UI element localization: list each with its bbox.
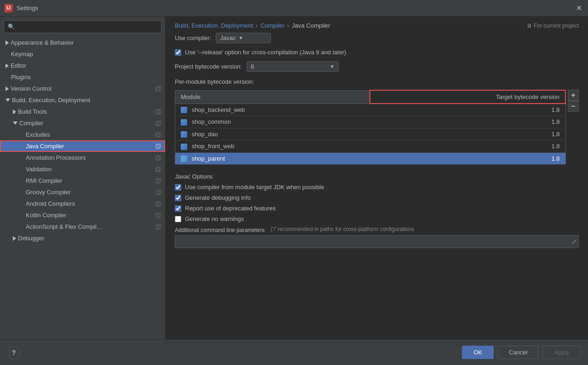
copy-icon <box>155 155 161 161</box>
option-generate-debug-row: Generate debugging info <box>175 194 579 201</box>
release-option-checkbox[interactable] <box>175 49 181 56</box>
close-button[interactable]: ✕ <box>574 4 583 13</box>
sidebar-item-compiler[interactable]: Compiler <box>0 117 165 129</box>
cmd-input-container: ⤢ <box>175 235 579 248</box>
sidebar-item-actionscript-compiler-label: ActionScript & Flex Compil… <box>26 223 103 230</box>
sidebar-item-debugger[interactable]: Debugger <box>0 232 165 244</box>
copy-icon <box>155 224 161 230</box>
for-current-project: 🖥 For current project <box>526 23 579 29</box>
help-button[interactable]: ? <box>7 346 20 359</box>
sidebar-item-groovy-compiler-label: Groovy Compiler <box>26 189 71 196</box>
triangle-right-icon <box>6 64 9 68</box>
search-box[interactable]: 🔍 <box>4 20 161 33</box>
project-bytecode-value: 8 <box>251 63 254 70</box>
additional-cmd-input[interactable]: ⤢ <box>175 235 579 248</box>
sidebar-item-annotation-processors[interactable]: Annotation Processors <box>0 152 165 163</box>
for-current-project-label: For current project <box>534 23 579 29</box>
option-no-warnings-row: Generate no warnings <box>175 215 579 222</box>
sidebar-item-version-control[interactable]: Version Control <box>0 83 165 94</box>
table-row[interactable]: shop_front_web 1.8 <box>175 140 566 153</box>
search-input[interactable] <box>17 23 157 30</box>
app-icon: IJ <box>5 4 13 12</box>
module-icon <box>181 107 187 113</box>
sidebar-item-android-compilers[interactable]: Android Compilers <box>0 198 165 209</box>
additional-cmd-label: Additional command line parameters: <box>175 226 266 233</box>
generate-debugging-checkbox[interactable] <box>175 195 181 201</box>
copy-icon <box>155 132 161 138</box>
project-bytecode-label: Project bytecode version: <box>175 63 242 70</box>
table-row[interactable]: shop_dao 1.8 <box>175 128 566 140</box>
module-version: 1.8 <box>370 140 565 153</box>
title-text: Settings <box>17 5 38 12</box>
sidebar-item-kotlin-compiler[interactable]: Kotlin Compiler <box>0 209 165 221</box>
table-row[interactable]: shop_parent 1.8 <box>175 152 566 165</box>
module-name: shop_backend_web <box>175 104 370 116</box>
option-use-module-jdk-row: Use compiler from module target JDK when… <box>175 184 579 191</box>
search-icon: 🔍 <box>8 23 15 30</box>
ok-button[interactable]: OK <box>462 346 494 359</box>
sidebar-item-validation[interactable]: Validation <box>0 163 165 175</box>
sidebar-item-keymap[interactable]: Keymap <box>0 48 165 60</box>
copy-icon <box>155 86 161 92</box>
copy-icon <box>155 120 161 127</box>
use-compiler-row: Use compiler: Javac ▼ <box>175 33 579 43</box>
dropdown-arrow-icon: ▼ <box>330 64 334 69</box>
module-name: shop_front_web <box>175 140 370 153</box>
compiler-dropdown[interactable]: Javac ▼ <box>216 33 271 43</box>
javac-options-section: Javac Options Use compiler from module t… <box>175 173 579 248</box>
col-target-bytecode: Target bytecode version <box>370 90 565 104</box>
apply-button[interactable]: Apply <box>542 346 581 359</box>
copy-icon <box>155 166 161 173</box>
generate-debugging-label: Generate debugging info <box>185 194 251 201</box>
sidebar-item-kotlin-compiler-label: Kotlin Compiler <box>26 212 66 219</box>
release-option-label: Use '--release' option for cross-compila… <box>185 49 346 56</box>
table-row[interactable]: shop_common 1.8 <box>175 116 566 128</box>
breadcrumb: Build, Execution, Deployment › Compiler … <box>166 17 588 33</box>
triangle-down-icon <box>13 122 17 125</box>
action-buttons: OK Cancel Apply <box>462 346 581 359</box>
sidebar-item-plugins[interactable]: Plugins <box>0 71 165 83</box>
use-module-jdk-label: Use compiler from module target JDK when… <box>185 184 324 191</box>
col-module: Module <box>175 90 370 104</box>
table-row[interactable]: shop_backend_web 1.8 <box>175 104 566 116</box>
copy-icon <box>155 189 161 196</box>
expand-icon: ⤢ <box>571 238 576 245</box>
sidebar-item-build-tools-label: Build Tools <box>18 108 47 115</box>
content-body: Use compiler: Javac ▼ Use '--release' op… <box>166 33 588 339</box>
use-module-jdk-checkbox[interactable] <box>175 184 181 191</box>
table-side-buttons: + − <box>568 90 579 171</box>
module-version: 1.8 <box>370 104 565 116</box>
sidebar-item-java-compiler[interactable]: Java Compiler <box>0 140 165 152</box>
sidebar-items: Appearance & Behavior Keymap Editor Plug… <box>0 37 165 244</box>
breadcrumb-build-exec[interactable]: Build, Execution, Deployment <box>175 22 253 29</box>
sidebar-item-excludes[interactable]: Excludes <box>0 129 165 140</box>
sidebar-item-build-execution[interactable]: Build, Execution, Deployment <box>0 94 165 106</box>
copy-icon <box>155 143 161 150</box>
sidebar-item-build-tools[interactable]: Build Tools <box>0 106 165 117</box>
triangle-right-icon <box>6 41 9 45</box>
sidebar-item-actionscript-compiler[interactable]: ActionScript & Flex Compil… <box>0 221 165 232</box>
report-deprecated-checkbox[interactable] <box>175 205 181 212</box>
breadcrumb-compiler[interactable]: Compiler <box>260 22 284 29</box>
cancel-button[interactable]: Cancel <box>497 346 539 359</box>
breadcrumb-sep-1: › <box>256 22 258 29</box>
sidebar-item-excludes-label: Excludes <box>26 131 50 138</box>
main-layout: 🔍 Appearance & Behavior Keymap Editor Pl… <box>0 17 588 339</box>
sidebar-item-editor[interactable]: Editor <box>0 60 165 71</box>
sidebar-item-rmi-compiler[interactable]: RMI Compiler <box>0 175 165 186</box>
sidebar-item-appearance[interactable]: Appearance & Behavior <box>0 37 165 48</box>
copy-icon <box>155 109 161 115</box>
project-icon: 🖥 <box>526 23 532 29</box>
sidebar-item-build-execution-label: Build, Execution, Deployment <box>12 97 90 104</box>
sidebar-item-keymap-label: Keymap <box>11 51 33 58</box>
bottom-bar: ? OK Cancel Apply <box>0 339 588 365</box>
sidebar-item-validation-label: Validation <box>26 166 52 173</box>
remove-module-button[interactable]: − <box>568 101 579 112</box>
no-warnings-checkbox[interactable] <box>175 216 181 222</box>
sidebar-item-groovy-compiler[interactable]: Groovy Compiler <box>0 186 165 198</box>
project-bytecode-dropdown[interactable]: 8 ▼ <box>247 61 339 72</box>
add-module-button[interactable]: + <box>568 90 579 101</box>
compiler-dropdown-value: Javac <box>220 35 236 41</box>
copy-icon <box>155 212 161 219</box>
sidebar-item-debugger-label: Debugger <box>18 235 44 242</box>
